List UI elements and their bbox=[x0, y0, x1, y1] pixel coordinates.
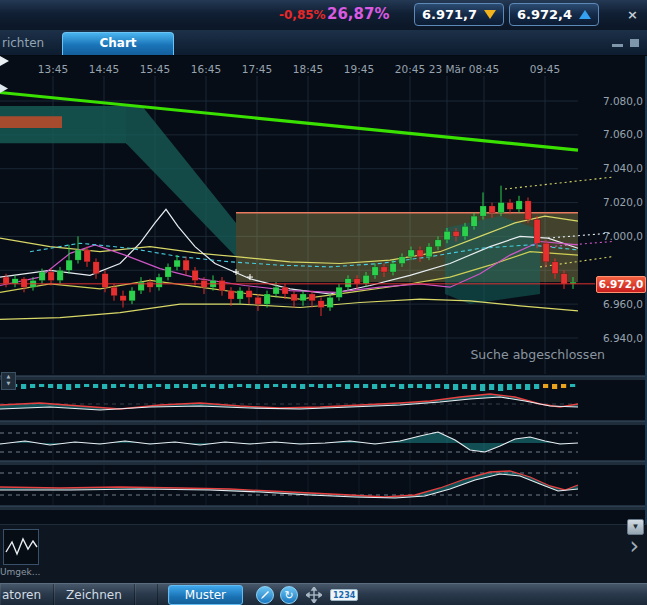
toolbar-spacer bbox=[135, 584, 158, 605]
move-icon bbox=[306, 587, 322, 603]
time-label: 14:45 bbox=[89, 63, 119, 75]
maximize-icon[interactable] bbox=[630, 39, 639, 47]
buy-price-value: 6.972,4 bbox=[517, 7, 572, 22]
tab-chart[interactable]: Chart bbox=[62, 32, 174, 55]
pattern-tray: Umgek... › bbox=[0, 524, 647, 584]
tab-nachrichten[interactable]: richten bbox=[2, 36, 44, 50]
top-bar: -0,85% 26,87% 6.971,7 6.972,4 × bbox=[0, 0, 647, 31]
secondary-percent: 26,87% bbox=[327, 5, 389, 23]
buy-price-button[interactable]: 6.972,4 bbox=[509, 3, 599, 26]
price-label: 7.080,0 bbox=[593, 95, 643, 107]
time-label: 18:45 bbox=[293, 63, 323, 75]
refresh-icon-button[interactable]: ↻ bbox=[280, 586, 298, 604]
price-label: 7.060,0 bbox=[593, 128, 643, 140]
time-label: 08:45 bbox=[469, 63, 499, 75]
indicators-button[interactable]: atoren bbox=[0, 584, 54, 605]
pattern-thumbnail-label: Umgek... bbox=[0, 567, 46, 577]
time-label: 16:45 bbox=[191, 63, 221, 75]
pane-resize-control[interactable]: ▲ ▼ bbox=[1, 372, 16, 390]
current-price-tag: 6.972,0 bbox=[596, 276, 646, 293]
draw-button[interactable]: Zeichnen bbox=[54, 584, 135, 605]
price-label: 6.940,0 bbox=[593, 332, 643, 344]
price-label: 6.960,0 bbox=[593, 298, 643, 310]
refresh-icon: ↻ bbox=[284, 589, 293, 602]
time-label: 19:45 bbox=[344, 63, 374, 75]
time-label: 13:45 bbox=[38, 63, 68, 75]
move-icon-button[interactable] bbox=[304, 585, 324, 605]
chart-canvas[interactable] bbox=[0, 0, 647, 605]
change-percent: -0,85% bbox=[279, 8, 326, 22]
close-icon[interactable]: × bbox=[621, 6, 644, 23]
time-label: 20:45 bbox=[395, 63, 425, 75]
sell-price-value: 6.971,7 bbox=[422, 7, 477, 22]
search-status: Suche abgeschlossen bbox=[470, 347, 605, 362]
time-label: 09:45 bbox=[530, 63, 560, 75]
window-controls bbox=[612, 39, 639, 47]
minimize-icon[interactable] bbox=[612, 44, 623, 47]
collapse-panel-button[interactable]: ▼ bbox=[627, 519, 644, 535]
zigzag-pattern-icon bbox=[4, 530, 38, 564]
pane-down-icon: ▼ bbox=[2, 380, 15, 387]
pencil-icon-button[interactable] bbox=[256, 586, 274, 604]
pencil-icon bbox=[260, 590, 270, 600]
price-label: 7.020,0 bbox=[593, 196, 643, 208]
bottom-toolbar: atoren Zeichnen Muster ↻ 1234 bbox=[0, 583, 647, 605]
pane-up-icon: ▲ bbox=[2, 373, 15, 380]
pattern-thumbnail[interactable] bbox=[3, 529, 39, 565]
trading-window: -0,85% 26,87% 6.971,7 6.972,4 × richten … bbox=[0, 0, 647, 605]
arrow-down-icon bbox=[484, 10, 496, 19]
sell-price-button[interactable]: 6.971,7 bbox=[414, 3, 504, 26]
time-label: 17:45 bbox=[242, 63, 272, 75]
time-label: 15:45 bbox=[140, 63, 170, 75]
candle-count-button[interactable]: 1234 bbox=[330, 589, 358, 601]
price-label: 7.040,0 bbox=[593, 162, 643, 174]
price-label: 7.000,0 bbox=[593, 230, 643, 242]
time-label: 23 Mär bbox=[429, 63, 466, 75]
tab-bar: richten Chart bbox=[0, 30, 647, 56]
arrow-up-icon bbox=[579, 10, 591, 19]
next-arrow-icon[interactable]: › bbox=[629, 531, 639, 561]
pattern-button[interactable]: Muster bbox=[168, 585, 243, 605]
